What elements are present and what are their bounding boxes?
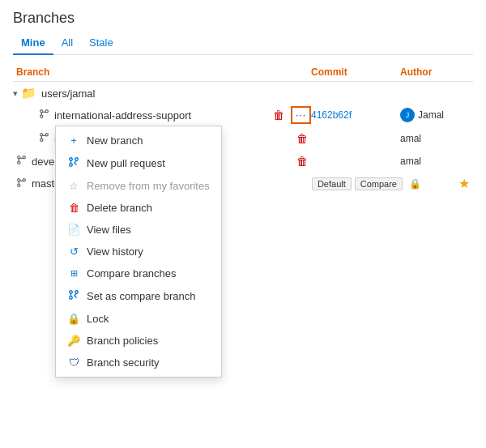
menu-item-new-branch[interactable]: + New branch <box>56 130 221 151</box>
compare-icon: ⊞ <box>67 268 80 279</box>
svg-point-13 <box>18 161 20 164</box>
star-button-master[interactable]: ★ <box>455 176 473 191</box>
branches-page: Branches Mine All Stale Branch Commit Au… <box>0 0 486 204</box>
page-title: Branches <box>13 10 473 27</box>
badge-compare: Compare <box>355 177 403 190</box>
branch-icon-readme-fix <box>39 132 49 145</box>
svg-point-10 <box>40 139 43 141</box>
menu-item-branch-policies[interactable]: 🔑 Branch policies <box>56 330 221 352</box>
author-name-develop: amal <box>400 156 421 167</box>
folder-icon: 📁 <box>21 86 36 100</box>
menu-item-delete-branch[interactable]: 🗑 Delete branch <box>56 197 221 219</box>
menu-item-new-pull-request[interactable]: New pull request <box>56 151 221 175</box>
star-icon: ☆ <box>67 180 80 192</box>
menu-label-view-files: View files <box>87 224 131 236</box>
branch-name-international: international-address-support <box>54 109 262 122</box>
col-header-author: Author <box>400 66 473 78</box>
set-compare-icon <box>67 289 80 303</box>
shield-icon: 🛡 <box>67 356 80 369</box>
tabs-bar: Mine All Stale <box>13 33 473 55</box>
branch-icon-international <box>39 109 49 122</box>
context-menu: + New branch New pull request <box>55 126 222 378</box>
menu-item-remove-favorites: ☆ Remove from my favorites <box>56 175 221 197</box>
plus-icon: + <box>67 134 80 147</box>
more-button-international[interactable]: ··· <box>291 106 311 124</box>
branch-actions-readme-fix: 🗑 <box>262 130 311 147</box>
svg-point-16 <box>18 184 20 186</box>
history-icon: ↺ <box>67 245 80 258</box>
lock-icon: 🔒 <box>67 313 80 325</box>
menu-item-view-files[interactable]: 📄 View files <box>56 219 221 241</box>
lock-button-master[interactable]: 🔒 <box>406 177 424 191</box>
menu-item-view-history[interactable]: ↺ View history <box>56 241 221 262</box>
branch-actions-international: 🗑 ··· <box>262 106 311 124</box>
group-row-users-jamal[interactable]: ▾ 📁 users/jamal <box>13 82 473 103</box>
author-name-readme-fix: amal <box>400 133 421 144</box>
menu-label-view-history: View history <box>87 245 143 258</box>
branch-actions-develop: 🗑 <box>262 153 311 169</box>
trash-icon: 🗑 <box>67 202 80 214</box>
svg-point-8 <box>75 291 79 294</box>
group-name: users/jamal <box>41 87 95 100</box>
table-header: Branch Commit Author <box>13 63 473 82</box>
delete-button-readme-fix[interactable]: 🗑 <box>293 130 311 147</box>
delete-button-international[interactable]: 🗑 <box>270 107 288 123</box>
branch-icon-develop <box>16 155 27 168</box>
file-icon: 📄 <box>67 224 80 236</box>
avatar-international: J <box>400 108 415 122</box>
branch-table: ▾ 📁 users/jamal international-address-su… <box>13 82 473 194</box>
col-header-commit: Commit <box>311 66 400 78</box>
menu-label-branch-policies: Branch policies <box>87 335 158 347</box>
branch-actions-master: ★ <box>424 176 473 191</box>
svg-point-7 <box>70 297 73 300</box>
svg-point-1 <box>40 115 43 117</box>
menu-item-set-compare[interactable]: Set as compare branch <box>56 284 221 308</box>
menu-label-branch-security: Branch security <box>87 356 160 369</box>
menu-item-compare-branches[interactable]: ⊞ Compare branches <box>56 262 221 284</box>
tab-stale[interactable]: Stale <box>81 33 122 55</box>
author-readme-fix: amal <box>400 133 473 144</box>
author-develop: amal <box>400 156 473 167</box>
branch-row-inner-international: international-address-support 🗑 ··· 4162… <box>13 103 473 127</box>
tab-all[interactable]: All <box>53 33 81 55</box>
author-name-international: Jamal <box>418 109 444 121</box>
svg-point-5 <box>75 158 79 161</box>
svg-point-4 <box>70 164 73 167</box>
svg-point-3 <box>70 158 73 161</box>
chevron-down-icon: ▾ <box>13 88 18 99</box>
menu-label-lock: Lock <box>87 313 109 325</box>
commit-international: 4162b62f <box>311 109 400 121</box>
author-international: J Jamal <box>400 108 473 122</box>
menu-label-delete-branch: Delete branch <box>87 202 152 214</box>
branch-icon-master <box>16 177 27 190</box>
menu-label-set-compare: Set as compare branch <box>87 290 195 302</box>
policies-icon: 🔑 <box>67 335 80 347</box>
delete-button-develop[interactable]: 🗑 <box>293 153 311 169</box>
menu-label-new-pull-request: New pull request <box>87 157 165 169</box>
menu-label-remove-favorites: Remove from my favorites <box>87 180 210 192</box>
badge-default: Default <box>312 177 352 190</box>
svg-point-6 <box>70 291 73 294</box>
menu-label-compare-branches: Compare branches <box>87 267 177 279</box>
pull-request-icon <box>67 156 80 170</box>
menu-label-new-branch: New branch <box>87 134 143 147</box>
menu-item-lock[interactable]: 🔒 Lock <box>56 308 221 330</box>
branch-row-international: international-address-support 🗑 ··· 4162… <box>13 103 473 127</box>
col-header-branch: Branch <box>13 66 311 78</box>
menu-item-branch-security[interactable]: 🛡 Branch security <box>56 352 221 373</box>
tab-mine[interactable]: Mine <box>13 33 53 55</box>
